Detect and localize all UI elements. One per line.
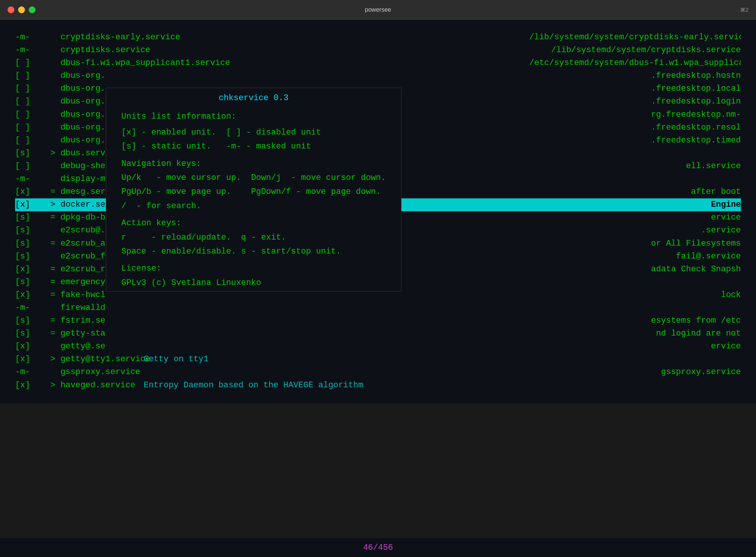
row-name: cryptdisks-early.service bbox=[60, 31, 144, 44]
row-name: haveged.service bbox=[60, 379, 144, 392]
row-status: [s] bbox=[15, 314, 45, 327]
minimize-button[interactable] bbox=[18, 6, 25, 13]
table-row[interactable]: [ ]dbus-org..freedesktop.hostn bbox=[15, 70, 741, 82]
row-status: [ ] bbox=[15, 57, 45, 70]
table-row[interactable]: [s] =dpkg-db-bervice bbox=[15, 211, 741, 224]
row-name: debug-she bbox=[60, 160, 144, 173]
table-row[interactable]: [x] >docker.seEngine bbox=[15, 198, 741, 211]
table-row[interactable]: -m-gssproxy.servicegssproxy.service bbox=[15, 366, 741, 379]
table-row[interactable]: [s]e2scrub@..service bbox=[15, 224, 741, 237]
table-row[interactable]: [ ]dbus-fi.w1.wpa_supplicant1.service/et… bbox=[15, 57, 741, 70]
table-row[interactable]: -m-display-m bbox=[15, 173, 741, 186]
row-path: or All Filesystems bbox=[529, 237, 741, 250]
row-path: esystems from /etc bbox=[529, 314, 741, 327]
row-status: [s] bbox=[15, 250, 45, 263]
row-status: [ ] bbox=[15, 108, 45, 121]
row-status: [ ] bbox=[15, 160, 45, 173]
row-name: dmesg.ser bbox=[60, 186, 144, 198]
table-row[interactable]: [x] =e2scrub_radata Check Snapsh bbox=[15, 263, 741, 276]
row-path: rg.freedesktop.nm- bbox=[529, 108, 741, 121]
terminal-wrapper: -m-cryptdisks-early.service/lib/systemd/… bbox=[0, 20, 756, 538]
table-row[interactable]: -m-firewalld bbox=[15, 302, 741, 314]
row-status: [s] bbox=[15, 327, 45, 340]
row-status: [ ] bbox=[15, 70, 45, 82]
table-row[interactable]: [s] =fstrim.seesystems from /etc bbox=[15, 314, 741, 327]
table-row[interactable]: [s] =emergency bbox=[15, 276, 741, 289]
row-name: dbus-org. bbox=[60, 82, 144, 95]
row-name: e2scrub_f bbox=[60, 250, 144, 263]
close-button[interactable] bbox=[8, 6, 14, 13]
maximize-button[interactable] bbox=[29, 6, 36, 13]
row-status: -m- bbox=[15, 31, 45, 44]
row-status: [x] bbox=[15, 379, 45, 392]
row-name: dbus-org. bbox=[60, 121, 144, 134]
row-arrow: > bbox=[45, 147, 60, 160]
keyboard-shortcut: ⌘2 bbox=[740, 7, 748, 13]
row-arrow: = bbox=[45, 263, 60, 276]
row-name: e2scrub@. bbox=[60, 224, 144, 237]
row-arrow: = bbox=[45, 237, 60, 250]
row-arrow: = bbox=[45, 276, 60, 289]
row-arrow: > bbox=[45, 379, 60, 392]
row-arrow: > bbox=[45, 353, 60, 366]
table-row[interactable]: [ ]dbus-org.rg.freedesktop.nm- bbox=[15, 108, 741, 121]
table-row[interactable]: [x] =dmesg.serafter boot bbox=[15, 186, 741, 198]
table-row[interactable]: [s] =e2scrub_aor All Filesystems bbox=[15, 237, 741, 250]
terminal[interactable]: -m-cryptdisks-early.service/lib/systemd/… bbox=[0, 20, 756, 403]
row-name: dbus-org. bbox=[60, 134, 144, 147]
row-status: [s] bbox=[15, 276, 45, 289]
table-row[interactable]: [ ]debug-sheell.service bbox=[15, 160, 741, 173]
row-status: [x] bbox=[15, 340, 45, 353]
row-path: .freedesktop.local bbox=[529, 82, 741, 95]
row-path: /etc/systemd/system/dbus-fi.w1.wpa_suppl… bbox=[529, 57, 741, 70]
row-desc: Entropy Daemon based on the HAVEGE algor… bbox=[144, 379, 741, 392]
table-row[interactable]: [ ]dbus-org..freedesktop.login bbox=[15, 95, 741, 108]
row-arrow: = bbox=[45, 211, 60, 224]
row-status: -m- bbox=[15, 302, 45, 314]
titlebar: powersee ⌘2 bbox=[0, 0, 756, 20]
row-status: [x] bbox=[15, 289, 45, 302]
row-path: .freedesktop.login bbox=[529, 95, 741, 108]
status-text: 46/456 bbox=[363, 543, 393, 552]
row-status: [x] bbox=[15, 198, 45, 211]
table-row[interactable]: [x] >getty@tty1.serviceGetty on tty1 bbox=[15, 353, 741, 366]
row-name: e2scrub_r bbox=[60, 263, 144, 276]
row-name: fstrim.se bbox=[60, 314, 144, 327]
row-name: gssproxy.service bbox=[60, 366, 144, 379]
row-name: getty-sta bbox=[60, 327, 144, 340]
table-row[interactable]: [s] >dbus.serv bbox=[15, 147, 741, 160]
table-row[interactable]: [ ]dbus-org..freedesktop.local bbox=[15, 82, 741, 95]
row-path: fail@.service bbox=[529, 250, 741, 263]
row-name: getty@tty1.service bbox=[60, 353, 144, 366]
table-row[interactable]: [ ]dbus-org..freedesktop.resol bbox=[15, 121, 741, 134]
table-row[interactable]: -m-cryptdisks-early.service/lib/systemd/… bbox=[15, 31, 741, 44]
row-status: [ ] bbox=[15, 95, 45, 108]
table-row[interactable]: [ ]dbus-org..freedesktop.timed bbox=[15, 134, 741, 147]
window-controls[interactable] bbox=[8, 6, 36, 13]
row-path: ervice bbox=[529, 340, 741, 353]
table-row[interactable]: [x]getty@.seervice bbox=[15, 340, 741, 353]
table-row[interactable]: [s] =getty-stand logind are not bbox=[15, 327, 741, 340]
row-path: .freedesktop.hostn bbox=[529, 70, 741, 82]
row-name: firewalld bbox=[60, 302, 144, 314]
table-row[interactable]: [x] =fake-hwcllock bbox=[15, 289, 741, 302]
row-name: dbus.serv bbox=[60, 147, 144, 160]
row-path: /lib/systemd/system/cryptdisks.service bbox=[529, 44, 741, 57]
row-status: [x] bbox=[15, 263, 45, 276]
row-status: -m- bbox=[15, 44, 45, 57]
table-row[interactable]: [x] >haveged.serviceEntropy Daemon based… bbox=[15, 379, 741, 392]
row-name: dbus-org. bbox=[60, 95, 144, 108]
row-arrow: = bbox=[45, 327, 60, 340]
row-path: ell.service bbox=[529, 160, 741, 173]
row-path: after boot bbox=[529, 186, 741, 198]
row-status: [ ] bbox=[15, 121, 45, 134]
row-path: nd logind are not bbox=[529, 327, 741, 340]
row-status: [s] bbox=[15, 224, 45, 237]
row-status: [x] bbox=[15, 353, 45, 366]
row-arrow: = bbox=[45, 289, 60, 302]
row-path: lock bbox=[529, 289, 741, 302]
row-name: emergency bbox=[60, 276, 144, 289]
table-row[interactable]: [s]e2scrub_ffail@.service bbox=[15, 250, 741, 263]
row-arrow: = bbox=[45, 186, 60, 198]
table-row[interactable]: -m-cryptdisks.service/lib/systemd/system… bbox=[15, 44, 741, 57]
